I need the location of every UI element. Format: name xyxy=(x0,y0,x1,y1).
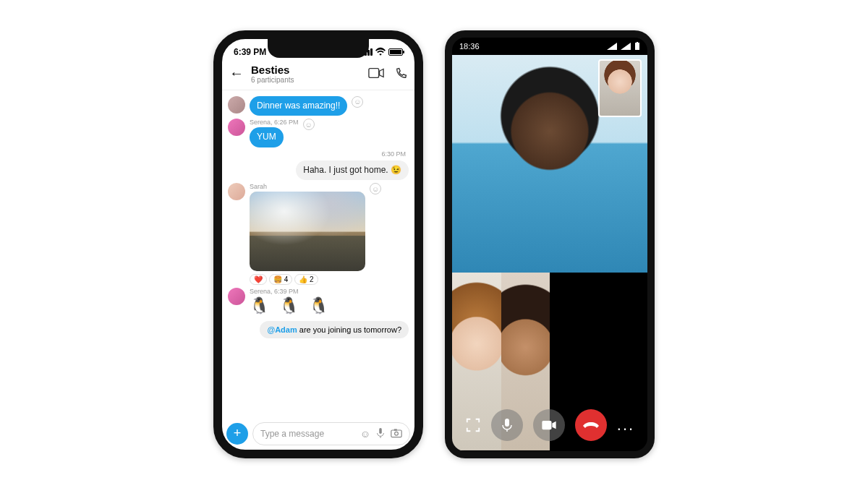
focus-mode-button[interactable] xyxy=(465,417,481,433)
photo-message[interactable] xyxy=(250,192,365,271)
input-placeholder: Type a message xyxy=(260,429,354,439)
message-bubble[interactable]: @Adam are you joining us tomorrow? xyxy=(260,321,409,338)
message-row: Haha. I just got home. 😉 xyxy=(228,160,409,181)
message-row: Sarah ❤️ 🍔 4 👍 2 ☺ xyxy=(228,183,409,285)
react-button[interactable]: ☺ xyxy=(352,96,363,108)
svg-rect-6 xyxy=(637,42,638,43)
svg-rect-5 xyxy=(635,43,639,50)
call-controls: ... xyxy=(452,409,647,441)
mention-rest: are you joining us tomorrow? xyxy=(297,325,401,334)
reaction-pill[interactable]: 🍔 4 xyxy=(269,274,292,285)
message-bubble[interactable]: YUM xyxy=(250,127,284,147)
svg-rect-0 xyxy=(369,68,379,77)
message-row: @Adam are you joining us tomorrow? xyxy=(228,321,409,338)
message-composer: + Type a message ☺ xyxy=(226,422,410,445)
message-meta: Serena, 6:26 PM xyxy=(250,119,299,126)
svg-rect-1 xyxy=(379,428,382,434)
chat-body[interactable]: Dinner was amazing!! ☺ Serena, 6:26 PM Y… xyxy=(222,90,414,423)
message-row: Dinner was amazing!! ☺ xyxy=(228,96,409,116)
message-time: 6:30 PM xyxy=(228,150,406,158)
iphone-device-frame: 6:39 PM ← Besties 6 participants Dinner … xyxy=(213,30,423,458)
more-options-button[interactable]: ... xyxy=(617,416,634,435)
message-input[interactable]: Type a message ☺ xyxy=(252,422,410,445)
status-time: 6:39 PM xyxy=(234,47,266,57)
sticker-message[interactable]: 🐧 🐧 🐧 xyxy=(250,296,331,315)
message-bubble[interactable]: Dinner was amazing!! xyxy=(250,96,347,116)
end-call-button[interactable] xyxy=(575,409,607,441)
chat-title-block[interactable]: Besties 6 participants xyxy=(251,64,361,84)
mention-handle: @Adam xyxy=(267,325,297,334)
svg-rect-8 xyxy=(542,420,551,429)
emoji-icon[interactable]: ☺ xyxy=(360,428,370,440)
react-button[interactable]: ☺ xyxy=(370,183,381,194)
react-button[interactable]: ☺ xyxy=(303,119,315,130)
svg-point-3 xyxy=(395,432,399,435)
avatar[interactable] xyxy=(228,183,245,200)
svg-rect-7 xyxy=(505,419,509,427)
add-attachment-button[interactable]: + xyxy=(226,423,248,445)
chat-subtitle: 6 participants xyxy=(251,76,361,84)
message-bubble[interactable]: Haha. I just got home. 😉 xyxy=(296,160,409,181)
status-time: 18:36 xyxy=(459,42,480,51)
android-status-bar: 18:36 xyxy=(452,38,647,55)
camera-icon[interactable] xyxy=(391,428,402,440)
svg-rect-4 xyxy=(394,429,397,430)
signal-icon xyxy=(621,43,631,50)
android-device-frame: 18:36 xyxy=(445,30,655,458)
reaction-pill[interactable]: ❤️ xyxy=(250,274,267,285)
battery-icon xyxy=(634,42,640,51)
iphone-notch xyxy=(268,39,369,58)
wifi-icon xyxy=(375,47,386,57)
battery-icon xyxy=(388,48,403,56)
mute-button[interactable] xyxy=(491,409,523,441)
status-icons xyxy=(607,42,640,51)
message-meta: Serena, 6:39 PM xyxy=(250,288,331,295)
reaction-pill[interactable]: 👍 2 xyxy=(294,274,318,285)
mic-icon[interactable] xyxy=(376,428,385,440)
audio-call-button[interactable] xyxy=(394,67,407,80)
back-button[interactable]: ← xyxy=(229,65,244,82)
message-meta: Sarah xyxy=(250,183,365,190)
signal-icon xyxy=(607,43,617,50)
avatar[interactable] xyxy=(228,96,245,114)
self-view-pip[interactable] xyxy=(598,59,642,117)
avatar[interactable] xyxy=(228,288,245,305)
reaction-bar: ❤️ 🍔 4 👍 2 xyxy=(250,274,365,285)
chat-name: Besties xyxy=(251,64,361,76)
message-row: Serena, 6:26 PM YUM ☺ xyxy=(228,119,409,147)
chat-header: ← Besties 6 participants xyxy=(222,61,414,90)
avatar[interactable] xyxy=(228,119,245,136)
toggle-video-button[interactable] xyxy=(533,409,565,441)
svg-rect-2 xyxy=(391,430,401,437)
message-row: Serena, 6:39 PM 🐧 🐧 🐧 xyxy=(228,288,409,315)
video-call-button[interactable] xyxy=(368,67,384,80)
